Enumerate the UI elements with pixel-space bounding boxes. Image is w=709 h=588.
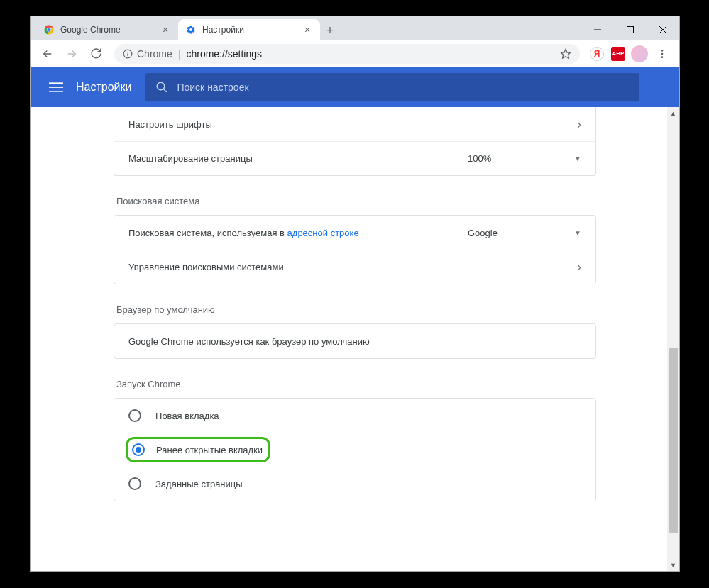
radio-label: Ранее открытые вкладки bbox=[156, 445, 263, 455]
browser-menu-button[interactable] bbox=[651, 43, 674, 65]
scrollbar-thumb[interactable] bbox=[669, 348, 678, 533]
bookmark-star-icon[interactable] bbox=[560, 48, 571, 60]
settings-title: Настройки bbox=[76, 81, 131, 94]
search-engine-row: Поисковая система, используемая в адресн… bbox=[114, 216, 595, 250]
browser-window: Google Chrome × Настройки × + bbox=[30, 16, 680, 572]
default-browser-card: Google Chrome используется как браузер п… bbox=[114, 323, 596, 359]
window-controls bbox=[581, 19, 679, 40]
chevron-down-icon: ▼ bbox=[574, 229, 581, 237]
page-zoom-row: Масштабирование страницы 100% ▼ bbox=[114, 141, 595, 175]
svg-rect-15 bbox=[49, 91, 63, 92]
dropdown-value: Google bbox=[468, 228, 498, 238]
svg-point-11 bbox=[661, 52, 664, 55]
customize-fonts-row[interactable]: Настроить шрифты › bbox=[114, 107, 595, 141]
maximize-button[interactable] bbox=[614, 19, 647, 40]
address-bar[interactable]: Chrome | chrome://settings bbox=[114, 44, 580, 64]
scroll-down-icon[interactable]: ▼ bbox=[667, 559, 679, 571]
svg-marker-9 bbox=[561, 49, 570, 58]
vertical-scrollbar[interactable]: ▲ ▼ bbox=[667, 107, 679, 571]
chevron-right-icon: › bbox=[577, 117, 581, 132]
search-engine-dropdown[interactable]: Google ▼ bbox=[468, 228, 581, 238]
separator: | bbox=[178, 48, 181, 60]
radio-label: Заданные страницы bbox=[155, 479, 243, 489]
radio-icon bbox=[128, 477, 141, 490]
svg-rect-3 bbox=[627, 27, 634, 33]
search-icon bbox=[155, 81, 168, 94]
scroll-up-icon[interactable]: ▲ bbox=[667, 107, 679, 119]
address-bar-link[interactable]: адресной строке bbox=[287, 228, 359, 238]
section-title-on-startup: Запуск Chrome bbox=[116, 379, 596, 389]
svg-rect-14 bbox=[49, 87, 63, 88]
startup-option-new-tab[interactable]: Новая вкладка bbox=[114, 399, 595, 433]
tab-title: Google Chrome bbox=[60, 25, 160, 35]
svg-point-10 bbox=[661, 50, 664, 52]
dropdown-value: 100% bbox=[468, 153, 491, 164]
svg-point-7 bbox=[127, 51, 128, 52]
hamburger-menu-button[interactable] bbox=[42, 73, 70, 101]
titlebar: Google Chrome × Настройки × + bbox=[31, 16, 679, 40]
site-info-icon[interactable]: Chrome bbox=[123, 48, 172, 60]
page-zoom-dropdown[interactable]: 100% ▼ bbox=[468, 153, 581, 164]
toolbar: Chrome | chrome://settings Я ABP bbox=[31, 40, 679, 67]
settings-header: Настройки bbox=[31, 67, 679, 107]
forward-button[interactable] bbox=[60, 43, 83, 65]
section-title-default-browser: Браузер по умолчанию bbox=[116, 304, 596, 315]
svg-point-16 bbox=[158, 82, 165, 90]
chevron-right-icon: › bbox=[577, 260, 581, 274]
tab-close-icon[interactable]: × bbox=[302, 24, 313, 35]
reload-button[interactable] bbox=[84, 43, 107, 65]
settings-search-box[interactable] bbox=[145, 73, 639, 101]
row-label: Поисковая система, используемая в адресн… bbox=[128, 228, 468, 238]
close-window-button[interactable] bbox=[647, 19, 679, 40]
search-engine-card: Поисковая система, используемая в адресн… bbox=[114, 215, 596, 284]
row-label: Google Chrome используется как браузер п… bbox=[128, 336, 581, 347]
radio-icon bbox=[128, 409, 141, 422]
svg-point-1 bbox=[47, 28, 50, 31]
tab-title: Настройки bbox=[202, 25, 302, 35]
gear-favicon-icon bbox=[185, 24, 197, 35]
tab-close-icon[interactable]: × bbox=[160, 24, 171, 35]
highlight-annotation: Ранее открытые вкладки bbox=[126, 437, 270, 462]
yandex-extension-icon[interactable]: Я bbox=[587, 44, 607, 64]
radio-label: Новая вкладка bbox=[155, 411, 219, 421]
row-label: Управление поисковыми системами bbox=[128, 262, 577, 272]
appearance-card: Настроить шрифты › Масштабирование стран… bbox=[114, 107, 596, 176]
adblock-extension-icon[interactable]: ABP bbox=[608, 44, 628, 64]
svg-rect-8 bbox=[127, 53, 128, 56]
svg-rect-13 bbox=[49, 82, 63, 84]
settings-content: Настроить шрифты › Масштабирование стран… bbox=[31, 107, 679, 571]
chrome-favicon-icon bbox=[43, 24, 55, 35]
tab-strip: Google Chrome × Настройки × + bbox=[31, 16, 581, 40]
startup-option-continue[interactable]: Ранее открытые вкладки bbox=[114, 433, 595, 467]
url-text: chrome://settings bbox=[186, 48, 262, 60]
tab-google-chrome[interactable]: Google Chrome × bbox=[36, 19, 178, 40]
default-browser-status-row: Google Chrome используется как браузер п… bbox=[114, 324, 595, 358]
tab-settings[interactable]: Настройки × bbox=[178, 19, 320, 40]
chevron-down-icon: ▼ bbox=[574, 155, 581, 162]
scheme-label: Chrome bbox=[137, 48, 172, 60]
on-startup-card: Новая вкладка Ранее открытые вкладки Зад… bbox=[114, 398, 596, 501]
back-button[interactable] bbox=[36, 43, 59, 65]
profile-avatar[interactable] bbox=[630, 44, 649, 64]
minimize-button[interactable] bbox=[581, 19, 614, 40]
settings-search-input[interactable] bbox=[177, 82, 630, 93]
row-label: Масштабирование страницы bbox=[128, 153, 468, 164]
svg-point-12 bbox=[661, 56, 664, 58]
startup-option-specific-pages[interactable]: Заданные страницы bbox=[114, 467, 595, 501]
svg-line-17 bbox=[164, 89, 167, 92]
manage-search-engines-row[interactable]: Управление поисковыми системами › bbox=[114, 250, 595, 284]
radio-icon bbox=[132, 443, 145, 456]
row-label: Настроить шрифты bbox=[128, 119, 577, 130]
new-tab-button[interactable]: + bbox=[320, 21, 340, 40]
section-title-search-engine: Поисковая система bbox=[116, 196, 596, 206]
